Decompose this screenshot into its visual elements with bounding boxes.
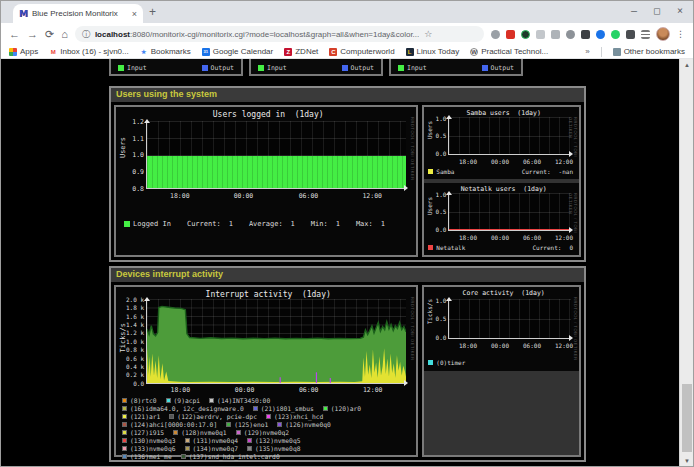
tab-title: Blue Precision Monitorix bbox=[32, 9, 128, 18]
interrupt-series-svg bbox=[147, 299, 406, 383]
netatalk-zero-line bbox=[449, 229, 571, 230]
tab-close-icon[interactable]: × bbox=[132, 9, 137, 19]
section-devices-title: Devices interrupt activity bbox=[111, 268, 584, 282]
search-extension-icon[interactable] bbox=[491, 30, 500, 39]
browser-toolbar: ← → ⟳ ⌂ ⓘ localhost:8080/monitorix-cgi/m… bbox=[1, 23, 693, 45]
bookmark-practical-technology[interactable]: WPractical Technol... bbox=[470, 47, 548, 56]
titlebar: M Blue Precision Monitorix × + – □ × bbox=[1, 1, 693, 23]
netatalk-legend: Netatalk Current:0 bbox=[428, 244, 573, 251]
window-maximize-button[interactable]: □ bbox=[654, 5, 660, 16]
core-legend: (0)timer bbox=[428, 359, 465, 366]
copy-pages-extension-icon[interactable] bbox=[536, 30, 545, 39]
other-bookmarks[interactable]: Other bookmarks bbox=[613, 47, 685, 56]
zdnet-icon: Z bbox=[284, 48, 292, 56]
chart-title: Interrupt activity (1day) bbox=[130, 290, 406, 299]
samba-users-graph[interactable]: Samba users (1day) Users 1.00.50.0 18:00… bbox=[424, 107, 579, 179]
y-axis-ticks: 1.00.50.0 bbox=[426, 191, 446, 233]
site-info-icon[interactable]: ⓘ bbox=[82, 29, 90, 40]
leaf-extension-icon[interactable] bbox=[521, 30, 530, 39]
browser-menu-icon[interactable]: ⋮ bbox=[676, 29, 685, 39]
users-area-fill bbox=[147, 156, 406, 188]
section-users: Users using the system Users logged in (… bbox=[109, 86, 586, 262]
core-plot-area bbox=[448, 299, 571, 339]
timer-swatch bbox=[428, 360, 433, 365]
rrdtool-watermark: RRDTOOL / TOBI OETIKER bbox=[568, 193, 578, 255]
linux-today-icon: L bbox=[406, 48, 414, 56]
partial-graph-row: Input Output Input Output Input Output bbox=[109, 59, 523, 76]
bookmark-star-icon[interactable]: ☆ bbox=[424, 29, 432, 39]
bookmarks-bar: Apps MInbox (16) - sjvn0... ★Bookmarks 3… bbox=[1, 45, 693, 59]
window-close-button[interactable]: × bbox=[677, 5, 683, 16]
scrollbar-thumb[interactable] bbox=[682, 384, 692, 452]
star-icon: ★ bbox=[140, 48, 148, 56]
y-axis-ticks: 1.00.50.0 bbox=[426, 297, 446, 341]
netatalk-users-graph[interactable]: Netatalk users (1day) Users 1.00.50.0 18… bbox=[424, 183, 579, 255]
logged-in-swatch bbox=[124, 221, 130, 227]
calendar-icon: 31 bbox=[202, 48, 210, 56]
gmail-extension-icon[interactable] bbox=[506, 30, 515, 39]
forward-icon[interactable]: → bbox=[27, 29, 38, 40]
input-legend-swatch bbox=[118, 65, 124, 71]
partial-graph-panel[interactable]: Input Output bbox=[249, 59, 383, 76]
users-right-column: Samba users (1day) Users 1.00.50.0 18:00… bbox=[422, 105, 581, 257]
netatalk-swatch bbox=[428, 245, 433, 250]
bookmark-zdnet[interactable]: ZZDNet bbox=[284, 47, 318, 56]
profile-avatar[interactable] bbox=[656, 27, 670, 41]
computerworld-icon: C bbox=[329, 48, 337, 56]
bookmarks-separator bbox=[601, 47, 602, 57]
devices-right-column: Core activity (1day) Ticks/s 1.00.50.0 1… bbox=[422, 285, 581, 457]
users-logged-in-graph[interactable]: Users logged in (1day) Users 1.21.11.00.… bbox=[114, 105, 418, 257]
back-icon[interactable]: ← bbox=[9, 29, 20, 40]
new-tab-button[interactable]: + bbox=[149, 5, 156, 19]
address-bar[interactable]: ⓘ localhost:8080/monitorix-cgi/monitorix… bbox=[75, 26, 484, 42]
chart-title: Samba users (1day) bbox=[438, 109, 569, 117]
samba-legend: Samba Current:-nan bbox=[428, 168, 573, 175]
bookmark-google-calendar[interactable]: 31Google Calendar bbox=[202, 47, 273, 56]
page-content: Input Output Input Output Input Output U… bbox=[1, 59, 693, 467]
output-legend-swatch bbox=[202, 65, 208, 71]
glasses-extension-icon[interactable] bbox=[566, 30, 575, 39]
users-legend: Logged In Current:1 Average:1 Min:1 Max:… bbox=[124, 220, 385, 228]
interrupt-plot-area bbox=[146, 299, 406, 384]
messenger-extension-icon[interactable] bbox=[596, 30, 605, 39]
whatsapp-extension-icon[interactable] bbox=[611, 30, 620, 39]
y-axis-ticks: 1.21.11.00.90.8 bbox=[118, 118, 144, 193]
screenshot-extension-icon[interactable] bbox=[581, 30, 590, 39]
reload-icon[interactable]: ⟳ bbox=[45, 29, 54, 40]
browser-tab[interactable]: M Blue Precision Monitorix × bbox=[13, 4, 143, 23]
interrupt-activity-graph[interactable]: Interrupt activity (1day) Ticks/s 2.0 k1… bbox=[114, 285, 418, 457]
bookmark-bookmarks[interactable]: ★Bookmarks bbox=[140, 47, 191, 56]
partial-graph-panel[interactable]: Input Output bbox=[109, 59, 243, 76]
core-activity-graph[interactable]: Core activity (1day) Ticks/s 1.00.50.0 1… bbox=[424, 287, 579, 371]
wordpress-icon: W bbox=[470, 48, 478, 56]
scroll-down-arrow-icon[interactable]: ▼ bbox=[680, 455, 693, 467]
browser-window: M Blue Precision Monitorix × + – □ × ← →… bbox=[0, 0, 694, 467]
y-axis-ticks: 2.0 k1.8 k1.6 k1.4 k1.2 k1.0 k0.8 k0.6 k… bbox=[118, 296, 144, 387]
apps-shortcut[interactable]: Apps bbox=[9, 47, 38, 56]
playlist-extension-icon[interactable] bbox=[641, 30, 650, 39]
bookmark-inbox[interactable]: MInbox (16) - sjvn0... bbox=[49, 47, 128, 56]
scroll-up-arrow-icon[interactable]: ▲ bbox=[680, 59, 693, 71]
bookmarks-overflow-chevron[interactable]: » bbox=[585, 47, 589, 56]
interrupt-legend: (8)rtc0 (9)acpi (14)INT3450:00 (16)idma6… bbox=[122, 397, 361, 460]
device-extension-icon[interactable] bbox=[551, 30, 560, 39]
samba-plot-area bbox=[448, 117, 571, 155]
y-axis-ticks: 1.00.50.0 bbox=[426, 115, 446, 157]
netatalk-plot-area bbox=[448, 193, 571, 231]
users-plot-area bbox=[146, 121, 406, 189]
home-icon[interactable]: ⌂ bbox=[61, 29, 68, 40]
page-scrollbar[interactable]: ▲ ▼ bbox=[679, 59, 693, 467]
bookmark-linux-today[interactable]: LLinux Today bbox=[406, 47, 460, 56]
bookmark-computerworld[interactable]: CComputerworld bbox=[329, 47, 394, 56]
samba-swatch bbox=[428, 169, 433, 174]
puzzle-extensions-icon[interactable] bbox=[626, 30, 635, 39]
rrdtool-watermark: RRDTOOL / TOBI OETIKER bbox=[573, 297, 578, 361]
url-text[interactable]: localhost:8080/monitorix-cgi/monitorix.c… bbox=[95, 30, 419, 39]
partial-graph-panel[interactable]: Input Output bbox=[389, 59, 523, 76]
chart-title: Users logged in (1day) bbox=[130, 110, 406, 119]
rrdtool-watermark: RRDTOOL / TOBI OETIKER bbox=[410, 297, 415, 361]
extensions-row: ⋮ bbox=[491, 27, 685, 41]
rrdtool-watermark: RRDTOOL / TOBI OETIKER bbox=[568, 117, 578, 179]
window-minimize-button[interactable]: – bbox=[631, 5, 637, 16]
apps-grid-icon bbox=[9, 48, 17, 56]
